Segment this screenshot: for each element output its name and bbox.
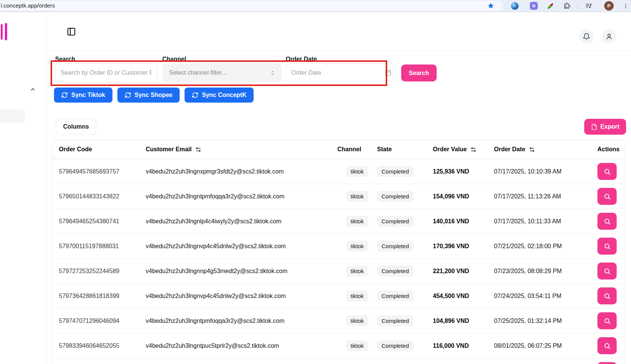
sidebar-item[interactable]: [0, 109, 25, 123]
view-order-button[interactable]: [597, 287, 617, 304]
sync-tiktok-label: Sync Tiktok: [71, 92, 105, 98]
columns-button[interactable]: Columns: [56, 119, 96, 135]
table-row: 579650144833143822 v4bedu2hz2uh3lngntpmf…: [52, 184, 625, 209]
column-header-customer-email[interactable]: Customer Email: [146, 146, 337, 153]
order-code-cell: 579736428861818399: [59, 293, 146, 299]
extensions-puzzle-icon[interactable]: [562, 0, 572, 12]
extension-snowflake-icon[interactable]: [529, 0, 539, 12]
magnifier-icon: [603, 193, 611, 200]
sync-icon: [61, 92, 68, 98]
search-button[interactable]: Search: [401, 65, 437, 81]
sort-icon: [470, 146, 477, 153]
sync-icon: [125, 92, 131, 98]
table-row: 579833946064652055 v4bedu2hz2uh3lngntpuc…: [52, 333, 625, 358]
state-badge: Completed: [377, 290, 414, 301]
order-date-cell: 07/17/2025, 10:10:39 AM: [494, 168, 597, 175]
customer-email-cell: v4bedu2hz2uh3lngntpmfoqqa3r2y@scs2.tikto…: [146, 193, 337, 200]
order-code-cell: 579727253252244589: [59, 268, 146, 275]
order-value-cell: 104,896 VND: [433, 318, 494, 324]
customer-email-cell: v4bedu2hz2uh3lngnxpmgr3sfdt2y@scs2.tikto…: [146, 168, 337, 175]
notifications-button[interactable]: [579, 29, 594, 44]
view-order-button[interactable]: [597, 337, 617, 354]
view-order-button[interactable]: [597, 362, 617, 364]
table-row: 579736428861818399 v4bedu2hz2uh3lngnvp4c…: [52, 284, 625, 309]
address-bar[interactable]: [0, 1, 503, 11]
table-row: 579727253252244589 v4bedu2hz2uh3lngnnp4g…: [52, 259, 625, 284]
sync-shopee-label: Sync Shopee: [135, 92, 172, 98]
export-button[interactable]: Export: [584, 119, 626, 135]
order-code-cell: 579700115197888031: [59, 243, 146, 250]
column-header-order-code: Order Code: [59, 146, 146, 153]
table-header-row: Order Code Customer Email Channel State …: [52, 140, 625, 159]
order-date-cell: 07/21/2025, 02:18:00 PM: [494, 243, 597, 250]
magnifier-icon: [603, 267, 611, 275]
view-order-button[interactable]: [597, 238, 617, 255]
sync-conceptk-button[interactable]: Sync ConceptK: [185, 88, 254, 103]
bookmark-star-icon[interactable]: [486, 0, 496, 12]
chevron-up-down-icon: [269, 70, 276, 76]
state-badge: Completed: [377, 216, 414, 227]
toolbar-divider: [577, 3, 578, 9]
channel-badge: tiktok: [346, 241, 368, 252]
column-header-order-value[interactable]: Order Value: [433, 146, 494, 153]
state-badge: Completed: [377, 315, 414, 326]
extension-feather-icon[interactable]: [545, 0, 555, 12]
column-header-channel: Channel: [337, 146, 377, 153]
sync-tiktok-button[interactable]: Sync Tiktok: [54, 88, 112, 103]
sidebar-toggle-icon[interactable]: [66, 26, 77, 37]
app-logo: [1, 24, 3, 40]
export-label: Export: [600, 123, 620, 130]
customer-email-cell: v4bedu2hz2uh3lngnvp4c45dnlw2y@scs2.tikto…: [146, 293, 337, 299]
channel-badge: tiktok: [346, 315, 368, 326]
customer-email-cell: v4bedu2hz2uh3lngntpuc5tprlr2y@scs2.tikto…: [146, 342, 337, 349]
app-header: [46, 12, 631, 51]
browser-toolbar: l.conceptk.app/orders P: [0, 0, 631, 12]
view-order-button[interactable]: [597, 163, 617, 180]
magnifier-icon: [603, 168, 611, 175]
bell-icon: [583, 33, 590, 40]
order-date-cell: 07/23/2025, 08:08:29 PM: [494, 268, 597, 275]
order-value-cell: 140,016 VND: [433, 218, 494, 225]
search-input[interactable]: [55, 63, 157, 82]
app-logo: [5, 23, 7, 40]
state-badge: Completed: [377, 266, 414, 276]
chevron-up-icon[interactable]: [29, 86, 36, 93]
channel-badge: tiktok: [346, 266, 368, 276]
order-date-input[interactable]: [286, 63, 397, 82]
customer-email-cell: v4bedu2hz2uh3lngnvp4c45dnlw2y@scs2.tikto…: [146, 243, 337, 250]
order-code-cell: 579649457685693757: [59, 168, 146, 175]
column-header-actions: Actions: [597, 146, 626, 153]
orders-table: Order Code Customer Email Channel State …: [52, 140, 626, 364]
browser-profile-avatar[interactable]: P: [604, 1, 614, 11]
column-header-order-date[interactable]: Order Date: [494, 146, 597, 153]
screen: l.conceptk.app/orders P: [0, 0, 631, 364]
browser-menu-icon[interactable]: [622, 0, 629, 12]
channel-select[interactable]: Select channel filter...: [163, 63, 282, 82]
channel-select-value: Select channel filter...: [169, 69, 226, 76]
channel-badge: tiktok: [346, 191, 368, 202]
sync-shopee-button[interactable]: Sync Shopee: [117, 88, 180, 103]
state-badge: Completed: [377, 191, 414, 202]
customer-email-cell: v4bedu2hz2uh3lngntpmfoqqa3r2y@scs2.tikto…: [146, 318, 337, 324]
channel-badge: tiktok: [346, 290, 368, 301]
magnifier-icon: [603, 317, 611, 325]
account-button[interactable]: [602, 29, 616, 44]
view-order-button[interactable]: [597, 312, 617, 329]
order-date-cell: 07/25/2025, 01:32:14 PM: [494, 318, 597, 324]
order-value-cell: 125,936 VND: [433, 168, 494, 175]
magnifier-icon: [603, 342, 611, 350]
user-icon: [605, 33, 613, 40]
magnifier-icon: [603, 218, 611, 225]
view-order-button[interactable]: [597, 263, 617, 280]
search-label: Search: [55, 56, 75, 63]
media-controls-icon[interactable]: [584, 0, 594, 12]
order-value-cell: 454,500 VND: [433, 293, 494, 299]
url-text: l.conceptk.app/orders: [1, 2, 55, 9]
channel-badge: tiktok: [346, 216, 368, 227]
extension-sphere-icon[interactable]: [510, 0, 520, 12]
view-order-button[interactable]: [597, 188, 617, 205]
order-date-cell: 07/17/2025, 10:11:33 AM: [494, 218, 597, 225]
magnifier-icon: [603, 243, 611, 250]
table-row: 579649457685693757 v4bedu2hz2uh3lngnxpmg…: [52, 159, 625, 184]
view-order-button[interactable]: [597, 213, 617, 230]
